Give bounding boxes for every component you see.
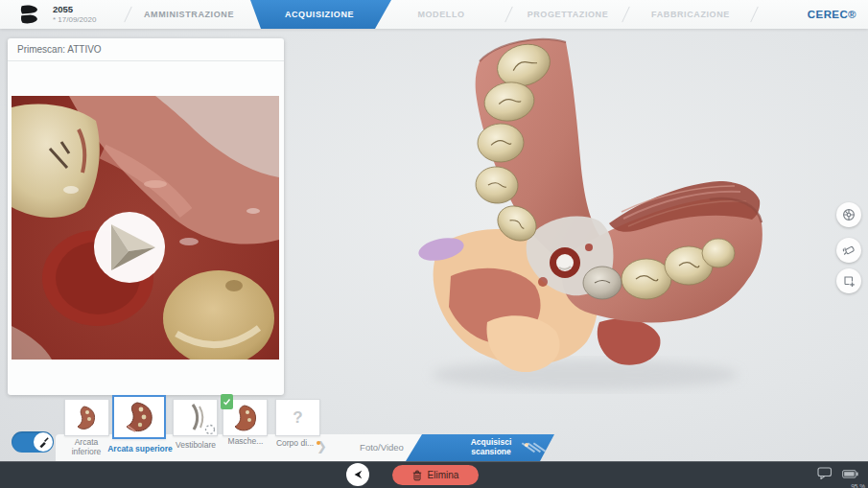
tab-divider	[750, 7, 759, 23]
cerec-brand: CEREC®	[808, 0, 856, 29]
color-mode-button[interactable]	[836, 202, 861, 227]
catalog-vestibolare[interactable]	[173, 399, 218, 436]
catalog-mascherina[interactable]	[223, 399, 268, 436]
camera-status-label: Primescan: ATTIVO	[17, 44, 102, 55]
model-viewport[interactable]	[284, 29, 868, 461]
empty-catalog-placeholder: ?	[276, 400, 319, 435]
scanner-preview-button[interactable]	[836, 238, 861, 263]
catalog-corpo-di-scansione[interactable]: ?	[275, 399, 320, 436]
tab-divider	[622, 7, 630, 23]
buccal-thumbnail	[174, 400, 217, 435]
add-image-icon	[842, 274, 856, 288]
delete-label: Elimina	[428, 470, 459, 480]
back-arrow-icon	[352, 469, 364, 480]
tab-acquisisci-scansione[interactable]: Acquisisci scansione	[406, 434, 554, 461]
undo-button[interactable]	[346, 463, 369, 486]
patient-date: * 17/09/2020	[53, 14, 96, 25]
color-wheel-icon	[842, 208, 856, 221]
brush-icon	[37, 436, 50, 449]
scan-position-marker	[94, 212, 165, 283]
tab-modello: MODELLO	[395, 0, 487, 29]
acquire-tab-label: Acquisisci scansione	[460, 437, 522, 456]
primescan-camera-panel: Primescan: ATTIVO	[8, 38, 284, 395]
catalog-arcata-superiore[interactable]	[112, 395, 166, 439]
delete-button[interactable]: Elimina	[392, 465, 479, 485]
required-dot	[317, 441, 320, 445]
tab-progettazione: PROGETTAZIONE	[513, 0, 622, 29]
patient-id: 2055	[53, 4, 96, 14]
check-badge	[221, 394, 233, 409]
add-image-catalog-button[interactable]	[836, 268, 861, 293]
color-analysis-toggle[interactable]	[12, 431, 54, 453]
tab-divider	[504, 7, 513, 23]
check-icon	[223, 398, 231, 407]
panel-divider	[8, 60, 284, 61]
battery-percent: 95 %	[842, 483, 865, 488]
scanning-spinner-icon	[206, 426, 215, 434]
toggle-knob	[34, 432, 53, 452]
top-navigation-bar: 2055 * 17/09/2020 AMMINISTRAZIONE MODELL…	[0, 0, 868, 29]
lower-arch-thumbnail	[65, 400, 108, 435]
catalog-label-vestibolare: Vestibolare	[169, 440, 223, 450]
patient-info: 2055 * 17/09/2020	[53, 4, 96, 25]
catalog-label-corpo-di-scansione: Corpo di...	[270, 438, 327, 448]
live-camera-view	[12, 96, 279, 360]
scanner-icon	[842, 244, 856, 257]
tab-amministrazione[interactable]: AMMINISTRAZIONE	[125, 0, 253, 29]
chat-bubble-icon[interactable]	[817, 467, 833, 479]
battery-icon	[842, 470, 858, 478]
catalog-label-mascherina: Masche...	[221, 436, 270, 446]
dentsply-sirona-logo[interactable]	[18, 5, 40, 24]
battery-status: 95 %	[842, 465, 865, 488]
catalog-arcata-inferiore[interactable]	[64, 399, 109, 436]
upper-arch-thumbnail	[114, 397, 164, 437]
upper-arch-3d-model	[384, 35, 767, 408]
tab-fabbricazione: FABBRICAZIONE	[636, 0, 745, 29]
tab-acquisizione[interactable]: ACQUISIZIONE	[247, 0, 391, 29]
cerec-acquisition-screen: 2055 * 17/09/2020 AMMINISTRAZIONE MODELL…	[0, 0, 868, 488]
trash-icon	[412, 470, 422, 481]
